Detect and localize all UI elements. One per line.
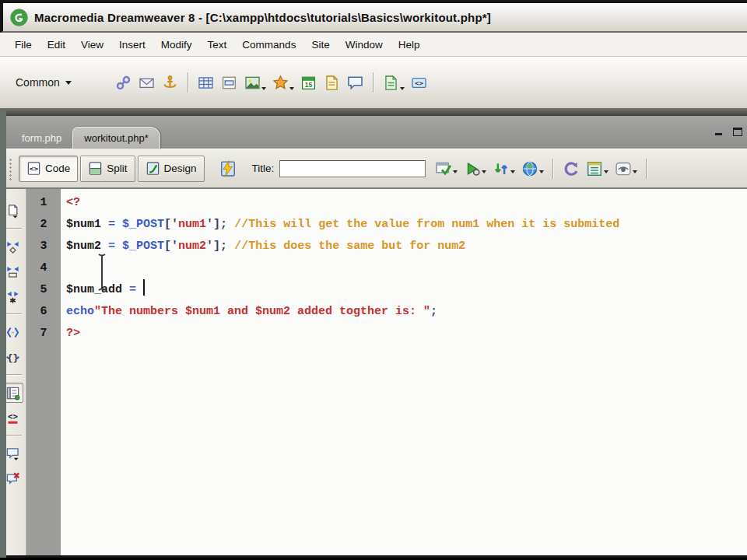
preview-debug-button[interactable]	[464, 160, 486, 177]
minimize-button[interactable]	[712, 125, 725, 137]
menu-edit[interactable]: Edit	[40, 37, 73, 53]
insert-div-button[interactable]	[219, 71, 240, 94]
comment-icon	[347, 75, 363, 91]
refresh-button[interactable]	[563, 160, 580, 177]
date-button[interactable]: 15	[299, 71, 319, 94]
toolbar-divider	[646, 159, 647, 179]
menu-insert[interactable]: Insert	[111, 37, 153, 53]
menu-bar: FileEditViewInsertModifyTextCommandsSite…	[0, 33, 747, 57]
insert-toolbar: Common 15<>	[0, 57, 747, 108]
image-button[interactable]	[243, 71, 268, 94]
menu-view[interactable]: View	[73, 37, 111, 53]
insert-category-dropdown[interactable]: Common	[16, 76, 72, 89]
view-button-label: Design	[164, 163, 197, 174]
browser-check-icon	[435, 160, 452, 177]
balance-braces-icon: {}	[5, 350, 20, 365]
chevron-down-icon	[633, 170, 637, 176]
toolbar-grip-handle[interactable]	[8, 157, 13, 180]
live-data-icon	[219, 160, 237, 177]
templates-button[interactable]	[381, 71, 406, 94]
code-line[interactable]: $num_add =	[66, 279, 747, 301]
date-icon: 15	[300, 75, 317, 91]
chevron-down-icon	[482, 170, 486, 176]
code-token	[122, 283, 129, 296]
code-token	[101, 218, 108, 231]
svg-text:<>: <>	[30, 164, 39, 173]
code-editor[interactable]: <?$num1 = $_POST['num1']; //This will ge…	[61, 189, 747, 555]
toolbar-divider	[188, 72, 189, 93]
code-line[interactable]	[66, 257, 747, 279]
code-line[interactable]: $num2 = $_POST['num2']; //This does the …	[66, 236, 747, 257]
code-token: '];	[206, 218, 227, 231]
code-token: ;	[430, 305, 437, 318]
server-include-icon	[324, 75, 340, 91]
design-view-button[interactable]: Design	[138, 156, 205, 182]
code-token: "The numbers $num1 and $num2 added togth…	[94, 305, 430, 318]
code-token: num1	[178, 218, 206, 231]
code-line[interactable]: ?>	[66, 323, 747, 345]
line-number: 3	[26, 236, 61, 257]
code-token: echo	[66, 305, 94, 318]
split-view-button[interactable]: Split	[80, 156, 135, 182]
code-line[interactable]: echo"The numbers $num1 and $num2 added t…	[66, 301, 747, 323]
title-bar[interactable]: Macromedia Dreamweaver 8 - [C:\xampp\htd…	[0, 3, 747, 33]
code-token: $num2	[66, 240, 101, 253]
code-token: ?>	[66, 327, 80, 340]
toolbar-divider	[5, 313, 22, 315]
code-token	[115, 240, 122, 253]
insert-category-label: Common	[16, 76, 60, 89]
media-button[interactable]	[271, 71, 296, 94]
menu-modify[interactable]: Modify	[153, 37, 200, 53]
line-number: 4	[26, 257, 61, 279]
hyperlink-button[interactable]	[114, 71, 134, 94]
window-frame-bottom	[0, 555, 747, 558]
line-number: 1	[26, 192, 61, 214]
menu-commands[interactable]: Commands	[234, 37, 303, 53]
file-management-button[interactable]	[493, 160, 515, 177]
tag-chooser-icon: <>	[411, 75, 427, 91]
toolbar-divider	[5, 374, 22, 376]
menu-text[interactable]: Text	[200, 37, 235, 53]
tab-workitout-php-[interactable]: workitout.php*	[72, 127, 160, 149]
collapse-selection-icon	[5, 264, 20, 279]
image-icon	[244, 75, 261, 91]
code-token: =	[129, 283, 136, 296]
toolbar-divider	[5, 228, 22, 229]
toolbar-divider	[5, 435, 22, 436]
live-data-button[interactable]	[215, 156, 241, 182]
menu-help[interactable]: Help	[391, 37, 428, 53]
file-management-icon	[493, 160, 510, 177]
code-view-button[interactable]: <>Code	[19, 156, 78, 182]
expand-all-icon	[5, 289, 20, 304]
email-link-button[interactable]	[137, 71, 157, 94]
window-title: Macromedia Dreamweaver 8 - [C:\xampp\htd…	[34, 11, 491, 24]
table-button[interactable]	[196, 71, 216, 94]
menu-window[interactable]: Window	[338, 37, 391, 53]
view-options-button[interactable]	[586, 160, 608, 177]
tag-chooser-button[interactable]: <>	[409, 71, 430, 94]
named-anchor-button[interactable]	[160, 71, 181, 94]
restore-button[interactable]	[731, 125, 744, 137]
line-number: 5	[26, 279, 61, 301]
chevron-down-icon	[539, 170, 544, 176]
gutter[interactable]: 1234567	[26, 189, 61, 555]
preview-browser-button[interactable]	[521, 160, 544, 177]
templates-icon	[383, 75, 399, 91]
document-window-buttons	[712, 125, 744, 137]
view-options-icon	[586, 160, 603, 177]
tab-form-php[interactable]: form.php	[11, 127, 72, 149]
comment-button[interactable]	[345, 71, 366, 94]
chevron-down-icon	[289, 87, 294, 93]
code-line[interactable]: $num1 = $_POST['num1']; //This will get …	[66, 214, 747, 236]
browser-check-button[interactable]	[435, 160, 458, 177]
menu-file[interactable]: File	[7, 37, 40, 53]
code-line[interactable]: <?	[66, 192, 747, 214]
remove-comment-icon	[5, 471, 20, 486]
server-include-button[interactable]	[322, 71, 342, 94]
menu-site[interactable]: Site	[303, 37, 337, 53]
visual-aids-button[interactable]	[615, 160, 637, 177]
line-numbers-icon	[5, 386, 20, 401]
chevron-down-icon	[510, 170, 515, 176]
title-input[interactable]	[279, 160, 426, 177]
code-token	[227, 240, 234, 253]
